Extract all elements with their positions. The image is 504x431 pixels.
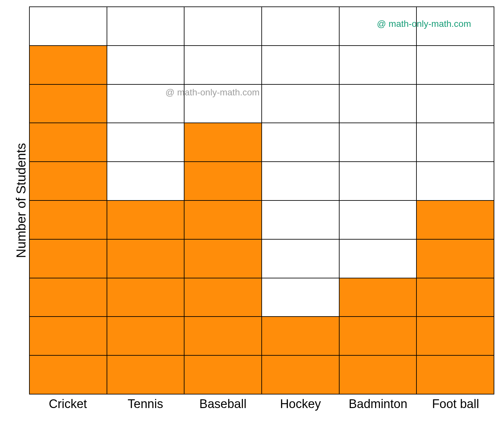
grid-cell [184, 239, 261, 278]
grid-cell [107, 161, 184, 200]
grid-cell [184, 278, 261, 317]
grid-cell [30, 7, 107, 45]
grid-cell [184, 7, 261, 45]
grid-cell [30, 161, 107, 200]
grid-cell [107, 45, 184, 84]
grid-cell [262, 45, 339, 84]
grid-cell [262, 161, 339, 200]
bar-column [417, 7, 494, 394]
grid-cell [417, 355, 494, 394]
grid-cell [107, 278, 184, 317]
x-axis-label: Badminton [339, 397, 417, 411]
bar-column [184, 7, 262, 394]
grid-cell [340, 7, 416, 45]
grid-cell [184, 200, 261, 239]
grid-cell [30, 123, 107, 161]
grid-cell [340, 278, 416, 317]
chart-container: Number of Students @ math-only-math.com … [13, 6, 498, 424]
grid-cell [184, 123, 261, 161]
plot-area: @ math-only-math.com @ math-only-math.co… [29, 6, 498, 424]
grid-cell [184, 45, 261, 84]
grid-cell [107, 316, 184, 355]
bar-column [30, 7, 107, 394]
grid-cell [262, 200, 339, 239]
grid-cell [107, 84, 184, 123]
grid-cell [417, 161, 494, 200]
grid-cell [340, 239, 416, 278]
grid-cell [107, 7, 184, 45]
grid-cell [30, 316, 107, 355]
grid-cell [417, 84, 494, 123]
grid-cell [30, 239, 107, 278]
grid-cell [184, 161, 261, 200]
grid-cell [262, 123, 339, 161]
grid-cell [107, 239, 184, 278]
chart-grid: @ math-only-math.com @ math-only-math.co… [29, 6, 494, 394]
grid-cell [340, 161, 416, 200]
grid-cell [107, 355, 184, 394]
grid-cell [262, 278, 339, 317]
x-axis-label: Hockey [262, 397, 339, 411]
grid-cell [30, 84, 107, 123]
grid-cell [30, 200, 107, 239]
grid-cell [417, 45, 494, 84]
grid-cell [340, 84, 416, 123]
bar-column [262, 7, 340, 394]
grid-cell [340, 45, 416, 84]
grid-cell [340, 316, 416, 355]
grid-cell [30, 355, 107, 394]
grid-cell [30, 45, 107, 84]
grid-cell [417, 7, 494, 45]
x-axis-label: Baseball [184, 397, 262, 411]
grid-cell [340, 123, 416, 161]
x-axis-label: Tennis [107, 397, 184, 411]
bar-column [340, 7, 417, 394]
x-axis: CricketTennisBaseballHockeyBadmintonFoot… [29, 397, 494, 411]
grid-cell [184, 355, 261, 394]
bar-column [107, 7, 185, 394]
grid-cell [107, 123, 184, 161]
grid-cell [340, 355, 416, 394]
x-axis-label: Foot ball [417, 397, 494, 411]
grid-cell [107, 200, 184, 239]
grid-cell [262, 7, 339, 45]
y-axis-label: Number of Students [13, 6, 29, 394]
grid-cell [340, 200, 416, 239]
grid-cell [417, 200, 494, 239]
grid-cell [262, 316, 339, 355]
grid-cell [262, 239, 339, 278]
grid-cell [417, 316, 494, 355]
grid-cell [417, 278, 494, 317]
grid-cell [262, 84, 339, 123]
x-axis-label: Cricket [29, 397, 107, 411]
grid-cell [417, 239, 494, 278]
grid-cell [184, 84, 261, 123]
grid-cell [184, 316, 261, 355]
grid-cell [417, 123, 494, 161]
grid-cell [262, 355, 339, 394]
grid-cell [30, 278, 107, 317]
